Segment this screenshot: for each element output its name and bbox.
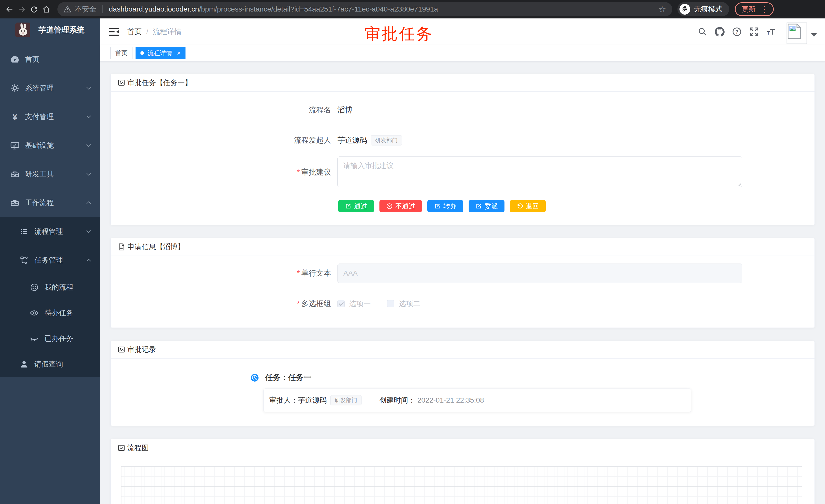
button-label: 不通过: [395, 202, 415, 211]
yen-icon: ¥: [10, 112, 19, 122]
gear-icon: [10, 83, 19, 93]
font-size-icon: TT: [766, 27, 776, 36]
browser-menu-dots-icon[interactable]: ⋮: [760, 5, 768, 13]
checkbox-label: 选项二: [399, 299, 421, 309]
search-icon: [698, 27, 707, 36]
sidebar-item-label: 任务管理: [34, 255, 63, 265]
checkbox-unchecked-icon: [387, 300, 394, 307]
browser-reload-button[interactable]: [29, 4, 39, 14]
page-content: 审批任务【任务一】 流程名 滔博 流程发起人 芋道源码 研发部门: [100, 62, 825, 504]
update-label: 更新: [742, 5, 756, 14]
logo[interactable]: 芋道管理系统: [0, 18, 100, 41]
incognito-icon: [679, 4, 690, 15]
breadcrumb-home[interactable]: 首页: [127, 27, 142, 36]
browser-update-button[interactable]: 更新 ⋮: [735, 2, 774, 16]
reject-button[interactable]: 不通过: [379, 200, 422, 212]
not-secure-warning-icon: [64, 5, 71, 13]
single-line-input: [338, 263, 742, 283]
sidebar-item-todo-tasks[interactable]: 待办任务: [0, 300, 100, 326]
tab-process-detail[interactable]: 流程详情 ×: [136, 47, 185, 59]
starter-value: 芋道源码: [338, 135, 367, 146]
incognito-badge: 无痕模式: [677, 2, 729, 16]
process-name-value: 滔博: [338, 105, 352, 115]
font-size-button[interactable]: TT: [766, 27, 776, 37]
suggest-row: 审批建议: [111, 157, 815, 188]
forward-arrow-icon: [17, 5, 26, 14]
transfer-button[interactable]: 转办: [427, 200, 463, 212]
sidebar-item-label: 基础设施: [25, 141, 54, 150]
chevron-down-icon: [86, 230, 91, 233]
delegate-button[interactable]: 委派: [469, 200, 505, 212]
user-avatar[interactable]: [786, 22, 807, 44]
approve-task-card: 审批任务【任务一】 流程名 滔博 流程发起人 芋道源码 研发部门: [110, 74, 815, 225]
sidebar-item-process-mgmt[interactable]: 流程管理: [0, 217, 100, 246]
sidebar-menu: 首页 系统管理 ¥ 支付管理 基础设施: [0, 41, 100, 377]
picture-icon: [118, 444, 125, 452]
browser-back-button[interactable]: [5, 4, 14, 14]
tab-label: 流程详情: [148, 49, 172, 57]
breadcrumb-separator: /: [146, 28, 148, 36]
search-button[interactable]: [697, 27, 708, 37]
apply-info-card-body: 单行文本 多选框组 选项一: [111, 256, 815, 328]
sidebar-item-workflow[interactable]: 工作流程: [0, 188, 100, 217]
sidebar-item-infra[interactable]: 基础设施: [0, 131, 100, 160]
suggest-textarea[interactable]: [338, 157, 742, 187]
return-button[interactable]: 退回: [510, 200, 546, 212]
sidebar-item-task-mgmt[interactable]: 任务管理: [0, 246, 100, 274]
chevron-down-icon: [86, 173, 91, 176]
fullscreen-button[interactable]: [749, 27, 759, 37]
sidebar-item-label: 支付管理: [25, 112, 54, 121]
chevron-down-icon: [86, 115, 91, 118]
checkbox-label: 选项一: [349, 299, 371, 309]
approval-records-card-header: 审批记录: [111, 341, 815, 358]
sidebar-item-label: 研发工具: [25, 169, 54, 179]
refresh-back-icon: [517, 203, 523, 209]
incognito-glyph: [681, 6, 688, 13]
toolbox-icon: [10, 170, 19, 179]
sidebar-item-payment[interactable]: ¥ 支付管理: [0, 102, 100, 131]
card-title: 审批记录: [127, 345, 156, 354]
breadcrumb-current: 流程详情: [153, 27, 182, 36]
sidebar-item-my-process[interactable]: 我的流程: [0, 274, 100, 300]
sidebar-item-done-tasks[interactable]: 已办任务: [0, 326, 100, 351]
circle-close-icon: [386, 203, 393, 209]
person-icon: [19, 359, 29, 369]
dept-tag: 研发部门: [371, 135, 402, 146]
sidebar-item-label: 工作流程: [25, 198, 54, 208]
sidebar-item-label: 请假查询: [34, 359, 63, 369]
bpmn-grid-canvas[interactable]: [121, 467, 802, 504]
active-dot-icon: [140, 51, 144, 55]
sidebar-item-leave-query[interactable]: 请假查询: [0, 351, 100, 377]
approve-button[interactable]: 通过: [338, 200, 374, 212]
tab-close-icon[interactable]: ×: [177, 50, 180, 56]
suggest-label: 审批建议: [111, 167, 338, 177]
logo-avatar-image: [15, 22, 30, 37]
sidebar-collapse-icon[interactable]: [109, 27, 119, 36]
button-label: 委派: [484, 202, 498, 211]
tab-home[interactable]: 首页: [110, 47, 133, 59]
svg-text:T: T: [770, 27, 775, 36]
checkbox-group-row: 多选框组 选项一 选项二: [111, 299, 815, 309]
sidebar-item-system[interactable]: 系统管理: [0, 74, 100, 102]
github-button[interactable]: [715, 27, 725, 37]
bookmark-star-icon[interactable]: ☆: [659, 5, 666, 14]
process-diagram-card-body: [111, 457, 815, 504]
picture-icon: [118, 79, 125, 87]
checkbox-checked-icon: [338, 300, 345, 307]
back-arrow-icon: [5, 5, 14, 14]
sidebar-item-home[interactable]: 首页: [0, 45, 100, 74]
help-button[interactable]: ?: [732, 27, 742, 37]
resize-grip-icon[interactable]: [736, 182, 741, 186]
timeline: 任务：任务一 审批人： 芋道源码 研发部门 创建时间： 2022-01-21 2…: [111, 372, 815, 412]
ordered-list-icon: [19, 227, 29, 236]
address-bar[interactable]: 不安全 dashboard.yudao.iocoder.cn/bpm/proce…: [57, 2, 672, 16]
card-title: 申请信息【滔博】: [127, 242, 185, 252]
url-path: /bpm/process-instance/detail?id=54aa251f…: [199, 5, 438, 13]
sidebar-item-devtools[interactable]: 研发工具: [0, 160, 100, 188]
avatar-caret-icon[interactable]: [811, 33, 817, 37]
browser-forward-button[interactable]: [17, 4, 27, 14]
approve-task-card-header: 审批任务【任务一】: [111, 74, 815, 92]
tree-icon: [19, 256, 29, 265]
document-icon: [118, 243, 125, 251]
browser-home-button[interactable]: [42, 4, 51, 14]
